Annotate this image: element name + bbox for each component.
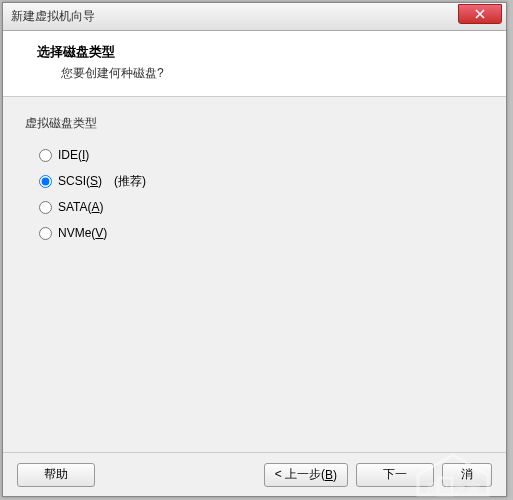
radio-option-nvme[interactable]: NVMe(V) [39,220,484,246]
window-title: 新建虚拟机向导 [11,8,458,25]
cancel-button[interactable]: 消 [442,463,492,487]
radio-option-scsi[interactable]: SCSI(S) (推荐) [39,168,484,194]
wizard-window: 新建虚拟机向导 选择磁盘类型 您要创建何种磁盘? 虚拟磁盘类型 IDE(I) S… [2,2,507,497]
disk-type-group-label: 虚拟磁盘类型 [25,115,484,132]
radio-input-sata[interactable] [39,201,52,214]
titlebar: 新建虚拟机向导 [3,3,506,31]
radio-label-ide: IDE(I) [58,148,89,162]
radio-option-ide[interactable]: IDE(I) [39,142,484,168]
content-area: 虚拟磁盘类型 IDE(I) SCSI(S) (推荐) SATA(A) NVMe(… [3,97,506,452]
back-button[interactable]: < 上一步(B) [264,463,348,487]
help-button[interactable]: 帮助 [17,463,95,487]
radio-label-sata: SATA(A) [58,200,104,214]
next-button[interactable]: 下一 [356,463,434,487]
close-icon [475,9,485,19]
page-title: 选择磁盘类型 [37,43,490,61]
radio-input-scsi[interactable] [39,175,52,188]
close-button[interactable] [458,4,502,24]
radio-input-nvme[interactable] [39,227,52,240]
radio-option-sata[interactable]: SATA(A) [39,194,484,220]
radio-input-ide[interactable] [39,149,52,162]
page-subtitle: 您要创建何种磁盘? [61,65,490,82]
disk-type-radio-group: IDE(I) SCSI(S) (推荐) SATA(A) NVMe(V) [39,142,484,246]
recommended-label: (推荐) [114,173,146,190]
header-section: 选择磁盘类型 您要创建何种磁盘? [3,31,506,97]
footer: 帮助 < 上一步(B) 下一 消 [3,452,506,496]
radio-label-scsi: SCSI(S) [58,174,102,188]
radio-label-nvme: NVMe(V) [58,226,107,240]
